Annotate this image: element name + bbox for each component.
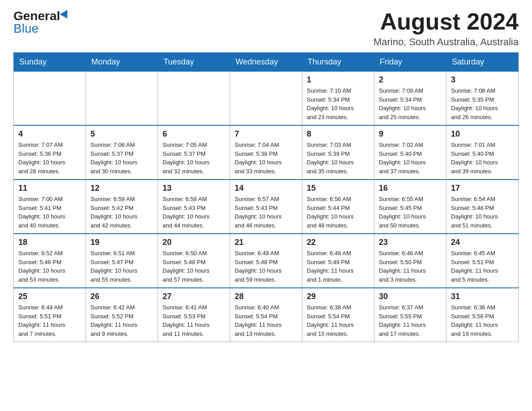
day-number: 7 — [235, 129, 297, 139]
day-info: Sunrise: 6:50 AM Sunset: 5:48 PM Dayligh… — [163, 249, 225, 284]
calendar-table: Sunday Monday Tuesday Wednesday Thursday… — [13, 52, 519, 342]
day-number: 12 — [90, 184, 153, 193]
day-number: 1 — [307, 75, 369, 85]
day-number: 22 — [307, 238, 369, 247]
day-number: 30 — [379, 292, 442, 301]
table-row: 21Sunrise: 6:49 AM Sunset: 5:48 PM Dayli… — [230, 234, 302, 288]
day-info: Sunrise: 6:51 AM Sunset: 5:47 PM Dayligh… — [90, 249, 153, 284]
header: General Blue August 2024 Marino, South A… — [13, 9, 519, 48]
day-number: 20 — [163, 238, 225, 247]
day-number: 23 — [379, 238, 442, 247]
table-row: 1Sunrise: 7:10 AM Sunset: 5:34 PM Daylig… — [302, 72, 374, 126]
day-info: Sunrise: 6:36 AM Sunset: 5:56 PM Dayligh… — [451, 303, 514, 338]
day-info: Sunrise: 6:38 AM Sunset: 5:54 PM Dayligh… — [307, 303, 369, 338]
table-row: 7Sunrise: 7:04 AM Sunset: 5:38 PM Daylig… — [230, 125, 302, 180]
table-row: 5Sunrise: 7:06 AM Sunset: 5:37 PM Daylig… — [86, 125, 158, 180]
table-row: 26Sunrise: 6:42 AM Sunset: 5:52 PM Dayli… — [86, 288, 158, 342]
logo-area: General Blue — [13, 9, 70, 36]
logo-triangle-icon — [60, 10, 71, 21]
table-row — [86, 72, 158, 126]
col-wednesday: Wednesday — [230, 53, 302, 72]
table-row: 31Sunrise: 6:36 AM Sunset: 5:56 PM Dayli… — [446, 288, 519, 342]
day-info: Sunrise: 7:07 AM Sunset: 5:36 PM Dayligh… — [18, 141, 81, 176]
table-row: 12Sunrise: 6:59 AM Sunset: 5:42 PM Dayli… — [86, 180, 158, 234]
day-number: 2 — [379, 75, 442, 85]
day-number: 26 — [90, 292, 153, 301]
table-row: 19Sunrise: 6:51 AM Sunset: 5:47 PM Dayli… — [86, 234, 158, 288]
table-row: 20Sunrise: 6:50 AM Sunset: 5:48 PM Dayli… — [158, 234, 230, 288]
table-row: 23Sunrise: 6:46 AM Sunset: 5:50 PM Dayli… — [374, 234, 446, 288]
day-info: Sunrise: 7:09 AM Sunset: 5:34 PM Dayligh… — [379, 86, 442, 121]
header-row: Sunday Monday Tuesday Wednesday Thursday… — [14, 53, 519, 72]
day-info: Sunrise: 7:04 AM Sunset: 5:38 PM Dayligh… — [235, 141, 297, 176]
day-number: 19 — [90, 238, 153, 247]
day-info: Sunrise: 6:57 AM Sunset: 5:43 PM Dayligh… — [235, 195, 297, 230]
day-info: Sunrise: 6:52 AM Sunset: 5:46 PM Dayligh… — [18, 249, 81, 284]
day-number: 4 — [18, 129, 81, 139]
table-row — [230, 72, 302, 126]
table-row: 11Sunrise: 7:00 AM Sunset: 5:41 PM Dayli… — [14, 180, 86, 234]
day-number: 14 — [235, 184, 297, 193]
col-sunday: Sunday — [14, 53, 86, 72]
table-row — [158, 72, 230, 126]
table-row: 8Sunrise: 7:03 AM Sunset: 5:39 PM Daylig… — [302, 125, 374, 180]
title-area: August 2024 Marino, South Australia, Aus… — [373, 9, 519, 48]
day-number: 18 — [18, 238, 81, 247]
calendar-week-row: 11Sunrise: 7:00 AM Sunset: 5:41 PM Dayli… — [14, 180, 519, 234]
day-info: Sunrise: 7:06 AM Sunset: 5:37 PM Dayligh… — [90, 141, 153, 176]
day-number: 31 — [451, 292, 514, 301]
day-info: Sunrise: 6:46 AM Sunset: 5:50 PM Dayligh… — [379, 249, 442, 284]
day-number: 24 — [451, 238, 514, 247]
day-number: 13 — [163, 184, 225, 193]
day-info: Sunrise: 7:02 AM Sunset: 5:40 PM Dayligh… — [379, 141, 442, 176]
table-row: 29Sunrise: 6:38 AM Sunset: 5:54 PM Dayli… — [302, 288, 374, 342]
calendar-week-row: 25Sunrise: 6:44 AM Sunset: 5:51 PM Dayli… — [14, 288, 519, 342]
day-info: Sunrise: 6:58 AM Sunset: 5:43 PM Dayligh… — [163, 195, 225, 230]
day-info: Sunrise: 7:10 AM Sunset: 5:34 PM Dayligh… — [307, 86, 369, 121]
table-row: 28Sunrise: 6:40 AM Sunset: 5:54 PM Dayli… — [230, 288, 302, 342]
table-row: 27Sunrise: 6:41 AM Sunset: 5:53 PM Dayli… — [158, 288, 230, 342]
table-row: 9Sunrise: 7:02 AM Sunset: 5:40 PM Daylig… — [374, 125, 446, 180]
location-title: Marino, South Australia, Australia — [373, 36, 519, 48]
day-number: 10 — [451, 129, 514, 139]
table-row: 10Sunrise: 7:01 AM Sunset: 5:40 PM Dayli… — [446, 125, 519, 180]
calendar-week-row: 18Sunrise: 6:52 AM Sunset: 5:46 PM Dayli… — [14, 234, 519, 288]
day-number: 8 — [307, 129, 369, 139]
day-info: Sunrise: 6:49 AM Sunset: 5:48 PM Dayligh… — [235, 249, 297, 284]
table-row: 22Sunrise: 6:48 AM Sunset: 5:49 PM Dayli… — [302, 234, 374, 288]
day-info: Sunrise: 7:01 AM Sunset: 5:40 PM Dayligh… — [451, 141, 514, 176]
table-row: 25Sunrise: 6:44 AM Sunset: 5:51 PM Dayli… — [14, 288, 86, 342]
day-info: Sunrise: 6:44 AM Sunset: 5:51 PM Dayligh… — [18, 303, 81, 338]
table-row: 15Sunrise: 6:56 AM Sunset: 5:44 PM Dayli… — [302, 180, 374, 234]
day-number: 28 — [235, 292, 297, 301]
day-number: 6 — [163, 129, 225, 139]
logo-blue-text: Blue — [13, 21, 39, 35]
calendar-week-row: 1Sunrise: 7:10 AM Sunset: 5:34 PM Daylig… — [14, 72, 519, 126]
day-info: Sunrise: 6:55 AM Sunset: 5:45 PM Dayligh… — [379, 195, 442, 230]
day-number: 5 — [90, 129, 153, 139]
day-number: 25 — [18, 292, 81, 301]
col-tuesday: Tuesday — [158, 53, 230, 72]
day-info: Sunrise: 7:08 AM Sunset: 5:35 PM Dayligh… — [451, 86, 514, 121]
table-row: 14Sunrise: 6:57 AM Sunset: 5:43 PM Dayli… — [230, 180, 302, 234]
day-number: 17 — [451, 184, 514, 193]
month-title: August 2024 — [373, 9, 519, 34]
day-info: Sunrise: 6:48 AM Sunset: 5:49 PM Dayligh… — [307, 249, 369, 284]
day-number: 29 — [307, 292, 369, 301]
calendar-week-row: 4Sunrise: 7:07 AM Sunset: 5:36 PM Daylig… — [14, 125, 519, 180]
col-thursday: Thursday — [302, 53, 374, 72]
table-row: 30Sunrise: 6:37 AM Sunset: 5:55 PM Dayli… — [374, 288, 446, 342]
col-friday: Friday — [374, 53, 446, 72]
day-number: 21 — [235, 238, 297, 247]
table-row: 16Sunrise: 6:55 AM Sunset: 5:45 PM Dayli… — [374, 180, 446, 234]
day-info: Sunrise: 6:37 AM Sunset: 5:55 PM Dayligh… — [379, 303, 442, 338]
day-number: 16 — [379, 184, 442, 193]
table-row — [14, 72, 86, 126]
table-row: 24Sunrise: 6:45 AM Sunset: 5:51 PM Dayli… — [446, 234, 519, 288]
table-row: 13Sunrise: 6:58 AM Sunset: 5:43 PM Dayli… — [158, 180, 230, 234]
table-row: 4Sunrise: 7:07 AM Sunset: 5:36 PM Daylig… — [14, 125, 86, 180]
day-info: Sunrise: 6:40 AM Sunset: 5:54 PM Dayligh… — [235, 303, 297, 338]
day-number: 9 — [379, 129, 442, 139]
day-number: 3 — [451, 75, 514, 85]
day-info: Sunrise: 7:05 AM Sunset: 5:37 PM Dayligh… — [163, 141, 225, 176]
